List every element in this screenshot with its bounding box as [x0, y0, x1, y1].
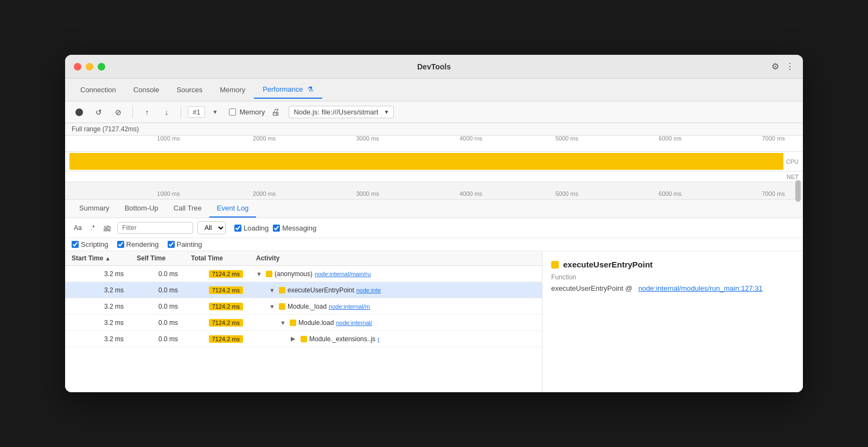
- detail-function: executeUserEntryPoint @ node:internal/mo…: [551, 284, 794, 292]
- total-time-badge: 7124.2 ms: [209, 303, 243, 310]
- td-total-time: 7124.2 ms: [184, 268, 250, 280]
- td-self-time: 0.0 ms: [130, 268, 184, 280]
- toolbar-divider2: [181, 107, 181, 118]
- filter-whole-button[interactable]: ab: [101, 223, 113, 233]
- activity-name: Module._load: [288, 303, 327, 310]
- ruler2-5000: 5000 ms: [556, 190, 578, 197]
- tab-call-tree[interactable]: Call Tree: [166, 200, 209, 218]
- ruler2-2000: 2000 ms: [253, 190, 276, 197]
- detail-func-link[interactable]: node:internal/modules/run_main:127:31: [639, 284, 763, 292]
- td-self-time: 0.0 ms: [130, 284, 184, 296]
- td-activity: ▶ Module._extensions..js r: [250, 333, 542, 345]
- memory-checkbox-input[interactable]: [229, 108, 236, 116]
- net-label: NET: [787, 174, 799, 180]
- td-activity: ▼ (anonymous) node:internal/main/ru: [250, 268, 542, 280]
- more-options-icon[interactable]: ⋮: [786, 61, 794, 72]
- td-start-time: 3.2 ms: [65, 268, 130, 280]
- activity-name: Module.load: [298, 319, 334, 327]
- settings-icon[interactable]: ⚙: [771, 61, 779, 72]
- activity-link[interactable]: node:internal/main/ru: [315, 271, 371, 277]
- cpu-selector[interactable]: Node.js: file:///Users/stmart ▼: [289, 106, 394, 118]
- table-row[interactable]: 3.2 ms 0.0 ms 7124.2 ms ▼ Module.load no…: [65, 315, 542, 331]
- timeline-ruler-top: 1000 ms 2000 ms 3000 ms 4000 ms 5000 ms …: [65, 136, 803, 152]
- tab-connection[interactable]: Connection: [72, 81, 125, 98]
- scripting-checkbox[interactable]: [72, 241, 79, 248]
- td-start-time: 3.2 ms: [65, 317, 130, 329]
- loading-checkbox-container: Loading: [234, 224, 269, 232]
- activity-link[interactable]: node:internal/m: [329, 303, 370, 310]
- close-button[interactable]: [74, 63, 81, 71]
- td-activity: ▼ executeUserEntryPoint node:inte: [250, 284, 542, 296]
- painting-checkbox-container: Painting: [168, 240, 202, 248]
- maximize-button[interactable]: [98, 63, 105, 71]
- th-activity[interactable]: Activity: [250, 251, 542, 265]
- td-total-time: 7124.2 ms: [184, 301, 250, 312]
- timeline-scrollbar[interactable]: [795, 180, 801, 202]
- detail-icon: [551, 261, 559, 269]
- ruler2-7000: 7000 ms: [762, 190, 784, 197]
- messaging-checkbox-container: Messaging: [273, 224, 316, 232]
- ruler-2000: 2000 ms: [253, 135, 276, 142]
- messaging-checkbox[interactable]: [273, 225, 280, 232]
- td-self-time: 0.0 ms: [130, 301, 184, 312]
- activity-link[interactable]: node:inte: [356, 287, 381, 293]
- sort-arrow: ▲: [105, 256, 111, 261]
- td-total-time: 7124.2 ms: [184, 317, 250, 329]
- rendering-checkbox[interactable]: [117, 241, 124, 248]
- table-row[interactable]: 3.2 ms 0.0 ms 7124.2 ms ▼ Module._load n…: [65, 298, 542, 315]
- th-self-time[interactable]: Self Time: [130, 251, 184, 265]
- table-row[interactable]: 3.2 ms 0.0 ms 7124.2 ms ▶ Module._extens…: [65, 331, 542, 347]
- ruler2-3000: 3000 ms: [356, 190, 379, 197]
- total-time-badge: 7124.2 ms: [209, 319, 243, 327]
- filter-aa-button[interactable]: Aa: [72, 223, 84, 233]
- row-expand-arrow[interactable]: ▼: [256, 271, 264, 277]
- tab-sources[interactable]: Sources: [168, 81, 211, 98]
- devtools-window: DevTools ⚙ ⋮ Connection Console Sources …: [65, 55, 803, 392]
- th-total-time[interactable]: Total Time: [184, 251, 250, 265]
- activity-link[interactable]: r: [378, 336, 380, 342]
- row-expand-arrow[interactable]: ▼: [269, 287, 277, 293]
- messaging-label: Messaging: [282, 224, 316, 232]
- ruler-4000: 4000 ms: [459, 135, 482, 142]
- content-area: Start Time ▲ Self Time Total Time Activi…: [65, 251, 803, 392]
- memory-icon: 🖨: [271, 107, 280, 117]
- loading-checkbox[interactable]: [234, 225, 241, 232]
- memory-checkbox-label: Memory: [239, 108, 265, 116]
- filter-input[interactable]: [117, 222, 193, 234]
- tab-memory[interactable]: Memory: [211, 81, 254, 98]
- td-activity: ▼ Module._load node:internal/m: [250, 301, 542, 312]
- cpu-selector-label: Node.js: file:///Users/stmart: [293, 108, 378, 116]
- td-self-time: 0.0 ms: [130, 317, 184, 329]
- upload-button[interactable]: ↑: [139, 105, 155, 120]
- table-header: Start Time ▲ Self Time Total Time Activi…: [65, 251, 542, 266]
- activity-icon: [266, 271, 272, 277]
- record-button[interactable]: [72, 105, 87, 120]
- filter-category-dropdown[interactable]: All: [197, 221, 226, 234]
- td-total-time: 7124.2 ms: [184, 284, 250, 296]
- timeline-ruler-bottom: 1000 ms 2000 ms 3000 ms 4000 ms 5000 ms …: [65, 182, 803, 200]
- activity-icon: [279, 287, 285, 293]
- bottom-tabs: Summary Bottom-Up Call Tree Event Log: [65, 200, 803, 218]
- reload-button[interactable]: ↺: [91, 105, 106, 120]
- minimize-button[interactable]: [86, 63, 93, 71]
- tab-performance[interactable]: Performance ⚗: [254, 81, 322, 99]
- row-expand-arrow[interactable]: ▼: [280, 320, 288, 326]
- activity-link[interactable]: node:internal/: [336, 320, 372, 326]
- tab-bottom-up[interactable]: Bottom-Up: [117, 200, 166, 218]
- download-button[interactable]: ↓: [159, 105, 174, 120]
- table-row[interactable]: 3.2 ms 0.0 ms 7124.2 ms ▼ (anonymous) no…: [65, 266, 542, 282]
- filter-regex-button[interactable]: .*: [88, 223, 97, 233]
- row-expand-arrow[interactable]: ▶: [291, 335, 298, 342]
- total-time-badge: 7124.2 ms: [209, 270, 243, 278]
- tab-event-log[interactable]: Event Log: [209, 200, 257, 218]
- record-dropdown[interactable]: ▼: [209, 107, 220, 118]
- detail-func-text: executeUserEntryPoint @: [551, 284, 633, 292]
- clear-button[interactable]: ⊘: [111, 105, 126, 120]
- th-start-time[interactable]: Start Time ▲: [65, 251, 130, 265]
- painting-checkbox[interactable]: [168, 241, 175, 248]
- cpu-selector-arrow: ▼: [384, 109, 389, 115]
- tab-summary[interactable]: Summary: [72, 200, 117, 218]
- table-row[interactable]: 3.2 ms 0.0 ms 7124.2 ms ▼ executeUserEnt…: [65, 282, 542, 298]
- tab-console[interactable]: Console: [125, 81, 168, 98]
- row-expand-arrow[interactable]: ▼: [269, 303, 277, 310]
